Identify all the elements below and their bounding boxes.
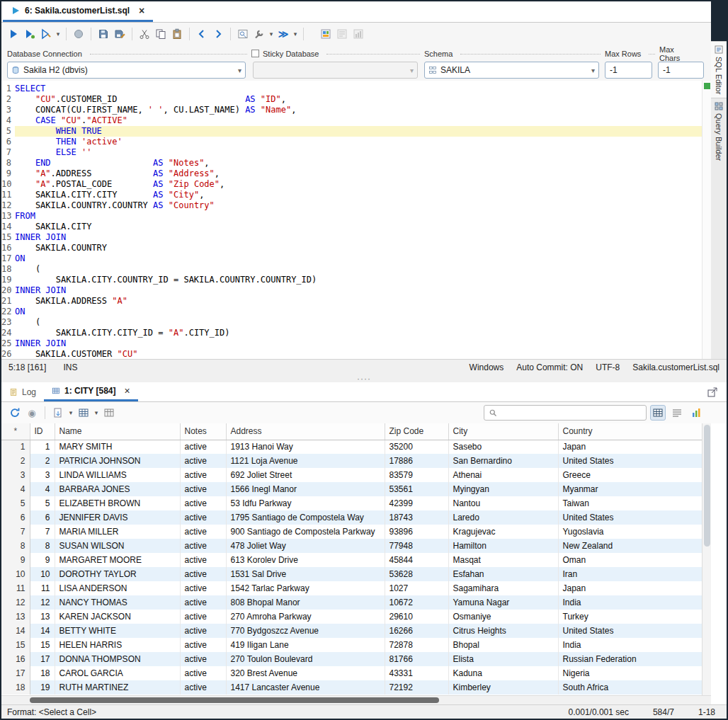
grid-cell[interactable]: Bhopal	[448, 638, 558, 652]
grid-cell[interactable]: MARGARET MOORE	[55, 553, 180, 567]
grid-cell[interactable]: 9	[30, 553, 55, 567]
grid-cell[interactable]: Kragujevac	[448, 525, 558, 539]
grid-cell[interactable]: Japan	[558, 440, 702, 454]
grid-cell[interactable]: 8	[30, 539, 55, 553]
grid-cell[interactable]: 270 Toulon Boulevard	[226, 652, 385, 666]
column-header-zip-code[interactable]: Zip Code	[385, 423, 448, 440]
grid-cell[interactable]: 11	[30, 581, 55, 595]
grid-cell[interactable]: 270 Amroha Parkway	[226, 610, 385, 624]
tab-sql-editor[interactable]: SQL Editor	[711, 41, 727, 98]
execute-script-button[interactable]	[22, 26, 38, 42]
code-line[interactable]: 11 SAKILA.CITY.CITY AS "City",	[1, 190, 711, 200]
grid-cell[interactable]: San Bernardino	[448, 454, 558, 468]
row-number[interactable]: 14	[1, 624, 30, 638]
grid-cell[interactable]: active	[180, 567, 226, 581]
code-line[interactable]: 17ON	[1, 253, 711, 264]
max-chars-input[interactable]: -1	[658, 62, 704, 79]
view-grid-button[interactable]	[650, 405, 666, 421]
column-setup-button[interactable]	[101, 405, 117, 421]
grid-cell[interactable]: MARY SMITH	[55, 440, 180, 454]
grid-cell[interactable]: active	[180, 440, 226, 454]
code-line[interactable]: 18 (	[1, 264, 711, 275]
grid-cell[interactable]: 1417 Lancaster Avenue	[226, 680, 385, 695]
close-icon[interactable]: ×	[139, 6, 144, 16]
grid-cell[interactable]: 93896	[385, 525, 448, 539]
grid-cell[interactable]: active	[180, 454, 226, 468]
grid-cell[interactable]: active	[180, 482, 226, 496]
grid-cell[interactable]: South Africa	[558, 680, 702, 695]
horizontal-scrollbar[interactable]	[1, 695, 711, 704]
row-number[interactable]: 2	[1, 454, 30, 468]
grid-cell[interactable]: DONNA THOMPSON	[55, 652, 180, 666]
code-line[interactable]: 19 SAKILA.CITY.COUNTRY_ID = SAKILA.COUNT…	[1, 275, 711, 285]
grid-cell[interactable]: SUSAN WILSON	[55, 539, 180, 553]
code-line[interactable]: 15INNER JOIN	[1, 232, 711, 243]
grid-cell[interactable]: Myingyan	[448, 482, 558, 496]
grid-cell[interactable]: Turkey	[558, 610, 702, 624]
grid-cell[interactable]: 419 Iligan Lane	[226, 638, 385, 652]
back-button[interactable]	[194, 26, 210, 42]
column-header-address[interactable]: Address	[226, 423, 385, 440]
grid-cell[interactable]: 83579	[385, 468, 448, 482]
sql-editor[interactable]: 1SELECT2 "CU".CUSTOMER_ID AS "ID",3 CONC…	[1, 81, 711, 359]
grid-cell[interactable]: Russian Federation	[558, 652, 702, 666]
grid-cell[interactable]: 900 Santiago de Compostela Parkway	[226, 525, 385, 539]
grid-cell[interactable]: Hamilton	[448, 539, 558, 553]
row-number[interactable]: 8	[1, 539, 30, 553]
grid-cell[interactable]: MARIA MILLER	[55, 525, 180, 539]
grid-cell[interactable]: United States	[558, 510, 702, 525]
export-button[interactable]	[50, 405, 66, 421]
grid-cell[interactable]: 35200	[385, 440, 448, 454]
grid-cell[interactable]: United States	[558, 624, 702, 638]
grid-cell[interactable]: 1913 Hanoi Way	[226, 440, 385, 454]
code-line[interactable]: 7 ELSE ''	[1, 147, 711, 158]
row-number[interactable]: 16	[1, 652, 30, 666]
output-text-button[interactable]	[334, 26, 350, 42]
grid-cell[interactable]: 43331	[385, 666, 448, 680]
code-line[interactable]: 5 WHEN TRUE	[1, 126, 711, 137]
grid-cell[interactable]: 1027	[385, 581, 448, 595]
grid-cell[interactable]: ELIZABETH BROWN	[55, 496, 180, 510]
grid-cell[interactable]: BETTY WHITE	[55, 624, 180, 638]
grid-cell[interactable]: 53628	[385, 567, 448, 581]
code-line[interactable]: 20INNER JOIN	[1, 285, 711, 296]
tools-chevron[interactable]: ▾	[268, 30, 275, 38]
row-number[interactable]: 6	[1, 510, 30, 525]
grid-cell[interactable]: India	[558, 638, 702, 652]
code-line[interactable]: 22ON	[1, 307, 711, 317]
monitor-button[interactable]: ◉	[24, 405, 40, 421]
sticky-database-checkbox[interactable]	[251, 50, 259, 57]
grid-cell[interactable]: 72192	[385, 680, 448, 695]
continue-chevron[interactable]: ▾	[292, 30, 299, 38]
grid-cell[interactable]: 770 Bydgoszcz Avenue	[226, 624, 385, 638]
grid-cell[interactable]: 77948	[385, 539, 448, 553]
grid-cell[interactable]: active	[180, 553, 226, 567]
grid-cell[interactable]: Sagamihara	[448, 581, 558, 595]
grid-cell[interactable]: 3	[30, 468, 55, 482]
row-number[interactable]: 4	[1, 482, 30, 496]
grid-cell[interactable]: Japan	[558, 581, 702, 595]
grid-cell[interactable]: 320 Brest Avenue	[226, 666, 385, 680]
grid-options-button[interactable]	[76, 405, 91, 421]
column-header-id[interactable]: ID	[30, 423, 55, 440]
code-line[interactable]: 1SELECT	[1, 84, 711, 94]
grid-cell[interactable]: active	[180, 610, 226, 624]
code-line[interactable]: 16 SAKILA.COUNTRY	[1, 243, 711, 253]
row-number[interactable]: 1	[1, 440, 30, 454]
grid-cell[interactable]: active	[180, 581, 226, 595]
grid-cell[interactable]: Taiwan	[558, 496, 702, 510]
grid-cell[interactable]: active	[180, 624, 226, 638]
grid-cell[interactable]: Nigeria	[558, 666, 702, 680]
grid-cell[interactable]: 14	[30, 624, 55, 638]
tab-query-builder[interactable]: Query Builder	[711, 98, 727, 164]
grid-cell[interactable]: active	[180, 496, 226, 510]
row-number[interactable]: 5	[1, 496, 30, 510]
grid-cell[interactable]: Athenai	[448, 468, 558, 482]
output-chart-button[interactable]	[351, 26, 366, 42]
grid-cell[interactable]: 17	[30, 652, 55, 666]
vertical-scrollbar[interactable]	[702, 423, 711, 695]
grid-cell[interactable]: active	[180, 666, 226, 680]
grid-cell[interactable]: active	[180, 638, 226, 652]
grid-cell[interactable]: LINDA WILLIAMS	[55, 468, 180, 482]
grid-cell[interactable]: India	[558, 595, 702, 610]
